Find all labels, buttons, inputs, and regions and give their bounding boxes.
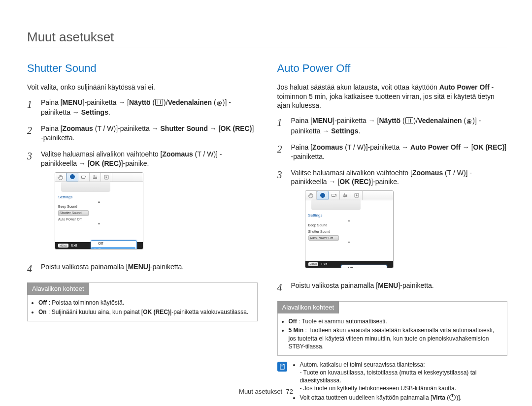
underwater-icon: ֍ — [216, 99, 223, 108]
note-icon — [277, 362, 287, 372]
right-step-4: Poistu valikosta painamalla [MENU]-paini… — [277, 281, 508, 294]
right-submenu-box: Alavalikon kohteet Off : Tuote ei sammu … — [277, 301, 508, 356]
intro-apo: Jos haluat säästää akun latausta, voit o… — [277, 83, 508, 111]
svg-point-4 — [94, 178, 95, 179]
shot-tab-globe-icon — [317, 190, 329, 200]
shot-row-shutter-sound: Shutter Sound — [58, 210, 89, 216]
shot-tab-play-icon — [351, 191, 363, 200]
shot-menu-tag: MENU — [58, 244, 68, 248]
shot-tab-camera-icon — [329, 191, 340, 200]
note-block: Autom. katkaisu ei toimi seuraavissa til… — [277, 361, 508, 403]
underwater-icon: ֍ — [466, 118, 472, 126]
title-rule — [27, 48, 507, 48]
shot-tab-play-icon — [101, 173, 112, 182]
shot-down-arrow-icon: ▼ — [58, 222, 140, 225]
page-number: 72 — [286, 388, 293, 395]
left-sub-off: Off : Poistaa toiminnon käytöstä. — [38, 299, 252, 307]
svg-point-2 — [94, 175, 95, 176]
col-auto-power-off: Auto Power Off Jos haluat säästää akun l… — [277, 57, 508, 403]
shot-menu-tag: MENU — [308, 262, 319, 266]
right-sub-5min: 5 Min : Tuotteen akun varausta säästetää… — [289, 326, 502, 350]
shot-settings-label: Settings — [308, 212, 390, 219]
page-footer: Muut asetukset 72 — [0, 388, 532, 395]
right-ui-screenshot: Settings ▲ Beep Sound Shutter Sound Auto… — [305, 190, 394, 268]
shot-settings-label: Settings — [58, 194, 140, 201]
svg-point-3 — [96, 177, 97, 178]
svg-point-10 — [344, 196, 345, 197]
svg-point-9 — [346, 195, 347, 196]
left-submenu-box: Alavalikon kohteet Off : Poistaa toiminn… — [27, 282, 258, 321]
display-icon — [155, 99, 163, 106]
shot-tab-slider-icon — [90, 173, 101, 182]
shot-tab-camera-icon — [78, 173, 90, 182]
svg-rect-7 — [332, 194, 335, 197]
shot-down-arrow-icon: ▼ — [308, 241, 390, 244]
heading-auto-power-off: Auto Power Off — [277, 61, 508, 76]
chevron-right-icon: ▸ — [132, 248, 133, 249]
shot-row-auto-power-off: Auto Power Off — [308, 235, 339, 241]
shot-tab-hand-icon — [305, 191, 317, 200]
submenu-heading: Alavalikon kohteet — [27, 282, 89, 295]
left-step-1: Paina [MENU]-painiketta → [Näyttö ()/Ved… — [27, 98, 258, 117]
left-ui-screenshot: Settings ▲ Beep Sound Shutter Sound Auto… — [55, 172, 143, 250]
shot-exit-label: Exit — [71, 243, 77, 248]
right-step-2: Paina [Zoomaus (T / W)]-painiketta → Aut… — [277, 143, 508, 161]
shot-option-popup: Off ✔5 Min▸ — [341, 265, 387, 268]
page-title: Muut asetukset — [27, 30, 507, 45]
left-sub-on: On : Suljinääni kuuluu aina, kun painat … — [38, 308, 252, 316]
heading-shutter-sound: Shutter Sound — [27, 61, 258, 76]
left-step-3: Valitse haluamasi alivalikon vaihtoehto … — [27, 150, 258, 255]
shot-option-on: ✔On▸ — [91, 247, 135, 249]
shot-tab-hand-icon — [55, 173, 66, 182]
left-step-4: Poistu valikosta painamalla [MENU]-paini… — [27, 262, 258, 276]
intro-shutter: Voit valita, onko suljinääni käytössä va… — [27, 83, 258, 92]
svg-point-8 — [344, 194, 345, 195]
shot-tab-slider-icon — [340, 191, 351, 200]
right-step-3: Valitse haluamasi alivalikon vaihtoehto … — [277, 168, 508, 274]
shot-tab-globe-icon — [66, 172, 78, 182]
shot-exit-label: Exit — [321, 262, 327, 266]
left-step-2: Paina [Zoomaus (T / W)]-painiketta → Shu… — [27, 124, 258, 143]
submenu-heading: Alavalikon kohteet — [277, 301, 339, 314]
right-step-1: Paina [MENU]-painiketta → [Näyttö ()/Ved… — [277, 116, 508, 135]
shot-option-popup: Off ✔On▸ — [91, 240, 137, 249]
display-icon — [405, 117, 413, 124]
check-icon: ✔ — [93, 248, 96, 249]
svg-rect-1 — [82, 176, 85, 178]
col-shutter-sound: Shutter Sound Voit valita, onko suljinää… — [27, 57, 258, 403]
right-sub-off: Off : Tuote ei sammu automaattisesti. — [289, 317, 502, 325]
